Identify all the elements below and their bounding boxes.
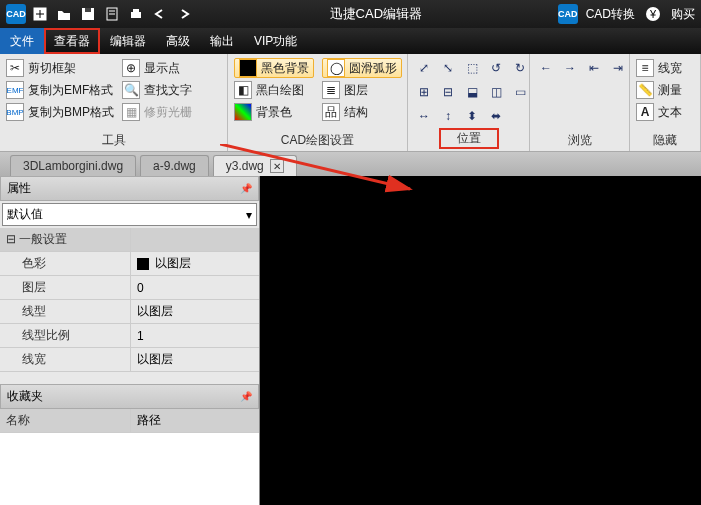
- menu-vip[interactable]: VIP功能: [244, 28, 307, 54]
- pos-icon-2[interactable]: ⤡: [438, 58, 458, 78]
- print-icon[interactable]: [126, 4, 146, 24]
- text-icon: A: [636, 103, 654, 121]
- pos-icon-5[interactable]: ↻: [510, 58, 530, 78]
- chevron-down-icon: ▾: [246, 208, 252, 222]
- bw-draw-button[interactable]: ◧黑白绘图: [234, 80, 314, 100]
- point-icon: ⊕: [122, 59, 140, 77]
- favorites-columns: 名称路径: [0, 409, 259, 433]
- group-browse-label: 浏览: [536, 130, 623, 149]
- tab-3[interactable]: y3.dwg✕: [213, 155, 297, 176]
- cad-convert-button[interactable]: CAD转换: [586, 6, 635, 23]
- cad-convert-icon: CAD: [558, 4, 578, 24]
- struct-icon: 品: [322, 103, 340, 121]
- tab-1[interactable]: 3DLamborgini.dwg: [10, 155, 136, 176]
- nav-up-icon[interactable]: ⇤: [584, 58, 604, 78]
- pos-icon-4[interactable]: ↺: [486, 58, 506, 78]
- svg-rect-8: [131, 12, 141, 18]
- menu-viewer[interactable]: 查看器: [44, 28, 100, 54]
- show-points-button[interactable]: ⊕显示点: [122, 58, 192, 78]
- menu-output[interactable]: 输出: [200, 28, 244, 54]
- linewidth-button[interactable]: ≡线宽: [636, 58, 682, 78]
- group-position-label: 位置: [439, 128, 499, 149]
- ruler-icon: 📏: [636, 81, 654, 99]
- menu-advanced[interactable]: 高级: [156, 28, 200, 54]
- bg-color-button[interactable]: 背景色: [234, 102, 314, 122]
- bwdraw-icon: ◧: [234, 81, 252, 99]
- struct-button[interactable]: 品结构: [322, 102, 402, 122]
- pos-icon-8[interactable]: ⬓: [462, 82, 482, 102]
- properties-panel-header: 属性📌: [0, 176, 259, 201]
- pos-icon-3[interactable]: ⬚: [462, 58, 482, 78]
- pos-icon-6[interactable]: ⊞: [414, 82, 434, 102]
- trim-raster-button[interactable]: ▦修剪光栅: [122, 102, 192, 122]
- favorites-panel-header: 收藏夹📌: [0, 384, 259, 409]
- pos-icon-13[interactable]: ⬍: [462, 106, 482, 126]
- layer-icon: ≣: [322, 81, 340, 99]
- saveas-icon[interactable]: [102, 4, 122, 24]
- nav-down-icon[interactable]: ⇥: [608, 58, 628, 78]
- menu-file[interactable]: 文件: [0, 28, 44, 54]
- arc-icon: ◯: [327, 59, 345, 77]
- layer-button[interactable]: ≣图层: [322, 80, 402, 100]
- pos-icon-9[interactable]: ◫: [486, 82, 506, 102]
- measure-button[interactable]: 📏测量: [636, 80, 682, 100]
- browse-icon-grid: ← → ⇤ ⇥: [536, 58, 630, 130]
- redo-icon[interactable]: [174, 4, 194, 24]
- pin-icon-2[interactable]: 📌: [240, 391, 252, 402]
- app-title: 迅捷CAD编辑器: [194, 5, 558, 23]
- pos-icon-14[interactable]: ⬌: [486, 106, 506, 126]
- emf-icon: EMF: [6, 81, 24, 99]
- drawing-canvas[interactable]: [260, 176, 701, 505]
- bgcolor-icon: [234, 103, 252, 121]
- pin-icon[interactable]: 📌: [240, 183, 252, 194]
- open-icon[interactable]: [54, 4, 74, 24]
- pos-icon-10[interactable]: ▭: [510, 82, 530, 102]
- tab-2[interactable]: a-9.dwg: [140, 155, 209, 176]
- text-button[interactable]: A文本: [636, 102, 682, 122]
- svg-rect-4: [85, 8, 91, 12]
- clip-frame-button[interactable]: ✂剪切框架: [6, 58, 114, 78]
- menu-editor[interactable]: 编辑器: [100, 28, 156, 54]
- save-icon[interactable]: [78, 4, 98, 24]
- close-tab-icon[interactable]: ✕: [270, 159, 284, 173]
- group-hide-label: 隐藏: [636, 130, 694, 149]
- prop-linewidth-row[interactable]: 线宽以图层: [0, 348, 259, 372]
- yen-icon: ¥: [643, 4, 663, 24]
- find-text-button[interactable]: 🔍查找文字: [122, 80, 192, 100]
- group-tools-label: 工具: [6, 130, 221, 149]
- default-dropdown[interactable]: 默认值▾: [2, 203, 257, 226]
- search-icon: 🔍: [122, 81, 140, 99]
- position-icon-grid: ⤢ ⤡ ⬚ ↺ ↻ ⊞ ⊟ ⬓ ◫ ▭ ↔ ↕ ⬍ ⬌: [414, 58, 532, 128]
- buy-button[interactable]: 购买: [671, 6, 695, 23]
- pos-icon-11[interactable]: ↔: [414, 106, 434, 126]
- general-settings-row[interactable]: ⊟ 一般设置: [0, 228, 259, 252]
- prop-layer-row[interactable]: 图层0: [0, 276, 259, 300]
- blackbg-icon: [239, 59, 257, 77]
- new-icon[interactable]: [30, 4, 50, 24]
- undo-icon[interactable]: [150, 4, 170, 24]
- favorites-list: [0, 433, 259, 505]
- app-icon: CAD: [6, 4, 26, 24]
- pos-icon-7[interactable]: ⊟: [438, 82, 458, 102]
- svg-rect-9: [133, 9, 139, 12]
- bmp-icon: BMP: [6, 103, 24, 121]
- prop-linetype-row[interactable]: 线型以图层: [0, 300, 259, 324]
- black-bg-button[interactable]: 黑色背景: [234, 58, 314, 78]
- linew-icon: ≡: [636, 59, 654, 77]
- nav-left-icon[interactable]: ←: [536, 58, 556, 78]
- smooth-arc-button[interactable]: ◯圆滑弧形: [322, 58, 402, 78]
- group-cad-label: CAD绘图设置: [234, 130, 401, 149]
- prop-linescale-row[interactable]: 线型比例1: [0, 324, 259, 348]
- pos-icon-1[interactable]: ⤢: [414, 58, 434, 78]
- pos-icon-12[interactable]: ↕: [438, 106, 458, 126]
- scissors-icon: ✂: [6, 59, 24, 77]
- svg-text:¥: ¥: [649, 8, 657, 20]
- nav-right-icon[interactable]: →: [560, 58, 580, 78]
- trim-icon: ▦: [122, 103, 140, 121]
- color-swatch-icon: [137, 258, 149, 270]
- prop-color-row[interactable]: 色彩以图层: [0, 252, 259, 276]
- copy-bmp-button[interactable]: BMP复制为BMP格式: [6, 102, 114, 122]
- copy-emf-button[interactable]: EMF复制为EMF格式: [6, 80, 114, 100]
